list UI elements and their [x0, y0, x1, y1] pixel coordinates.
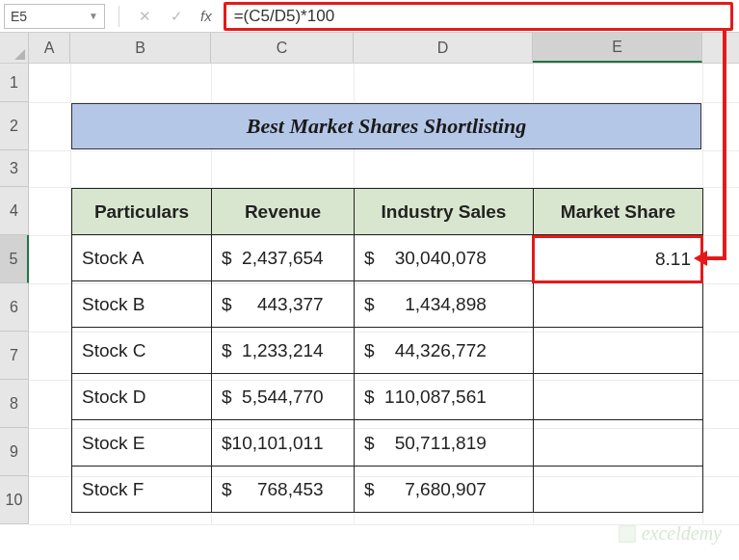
name-box[interactable]: E5 ▼ [4, 4, 105, 29]
th-revenue: Revenue [212, 189, 355, 235]
cell-particulars[interactable]: Stock B [72, 281, 212, 328]
fx-icon[interactable]: fx [197, 8, 216, 24]
table-row: Stock F $ 768,453 $ 7,680,907 [72, 467, 703, 513]
th-market: Market Share [534, 189, 703, 235]
formula-input[interactable]: =(C5/D5)*100 [224, 2, 733, 31]
col-header-A[interactable]: A [29, 33, 70, 63]
cell-industry[interactable]: $ 1,434,898 [355, 281, 534, 328]
chevron-down-icon: ▼ [89, 11, 98, 21]
row-header-1[interactable]: 1 [0, 64, 29, 102]
cell-industry[interactable]: $ 50,711,819 [355, 420, 534, 467]
cell-industry[interactable]: $ 30,040,078 [355, 235, 534, 281]
row-header-8[interactable]: 8 [0, 380, 29, 428]
row-header-10[interactable]: 10 [0, 476, 29, 524]
cell-revenue[interactable]: $ 5,544,770 [212, 374, 355, 420]
row-header-5[interactable]: 5 [0, 235, 29, 283]
spreadsheet-icon [617, 523, 638, 545]
watermark: exceldemy [617, 522, 722, 545]
name-box-value: E5 [11, 9, 27, 24]
svg-rect-1 [620, 526, 634, 541]
row-header-6[interactable]: 6 [0, 283, 29, 332]
cell-industry[interactable]: $ 44,326,772 [355, 328, 534, 374]
cancel-formula-icon[interactable]: ✕ [133, 8, 157, 25]
cell-revenue[interactable]: $ 443,377 [212, 281, 355, 328]
cell-market[interactable] [534, 374, 703, 420]
cell-industry[interactable]: $ 110,087,561 [355, 374, 534, 420]
table-row: Stock B $ 443,377 $ 1,434,898 [72, 281, 703, 328]
th-industry: Industry Sales [355, 189, 534, 235]
row-header-9[interactable]: 9 [0, 428, 29, 476]
worksheet[interactable]: Best Market Shares Shortlisting Particul… [29, 64, 739, 524]
select-all-corner[interactable] [0, 33, 29, 63]
cell-particulars[interactable]: Stock E [72, 420, 212, 467]
cell-market[interactable] [534, 235, 703, 281]
cell-revenue[interactable]: $ 1,233,214 [212, 328, 355, 374]
row-header-7[interactable]: 7 [0, 332, 29, 380]
data-table: Particulars Revenue Industry Sales Marke… [71, 188, 703, 513]
cell-particulars[interactable]: Stock F [72, 467, 212, 513]
cell-revenue[interactable]: $10,101,011 [212, 420, 355, 467]
table-row: Stock E $10,101,011 $ 50,711,819 [72, 420, 703, 467]
cell-particulars[interactable]: Stock A [72, 235, 212, 281]
col-header-D[interactable]: D [354, 33, 533, 63]
column-headers: A B C D E [0, 33, 739, 64]
formula-value: =(C5/D5)*100 [234, 7, 334, 26]
title-banner: Best Market Shares Shortlisting [71, 103, 701, 149]
row-header-2[interactable]: 2 [0, 102, 29, 150]
col-header-B[interactable]: B [70, 33, 211, 63]
th-particulars: Particulars [72, 189, 212, 235]
divider [119, 6, 119, 27]
formula-bar-row: E5 ▼ ✕ ✓ fx =(C5/D5)*100 [0, 0, 739, 33]
row-header-4[interactable]: 4 [0, 187, 29, 235]
cell-market[interactable] [534, 467, 703, 513]
cell-market[interactable] [534, 420, 703, 467]
row-headers: 1 2 3 4 5 6 7 8 9 10 [0, 64, 29, 524]
cell-industry[interactable]: $ 7,680,907 [355, 467, 534, 513]
cell-particulars[interactable]: Stock C [72, 328, 212, 374]
cell-market[interactable] [534, 281, 703, 328]
row-header-3[interactable]: 3 [0, 150, 29, 187]
cell-revenue[interactable]: $ 768,453 [212, 467, 355, 513]
table-row: Stock A $ 2,437,654 $ 30,040,078 [72, 235, 703, 281]
cell-revenue[interactable]: $ 2,437,654 [212, 235, 355, 281]
col-header-E[interactable]: E [533, 33, 702, 63]
cell-particulars[interactable]: Stock D [72, 374, 212, 420]
col-header-C[interactable]: C [211, 33, 354, 63]
cell-market[interactable] [534, 328, 703, 374]
accept-formula-icon[interactable]: ✓ [165, 8, 189, 25]
table-row: Stock D $ 5,544,770 $ 110,087,561 [72, 374, 703, 420]
table-header-row: Particulars Revenue Industry Sales Marke… [72, 189, 703, 235]
table-row: Stock C $ 1,233,214 $ 44,326,772 [72, 328, 703, 374]
